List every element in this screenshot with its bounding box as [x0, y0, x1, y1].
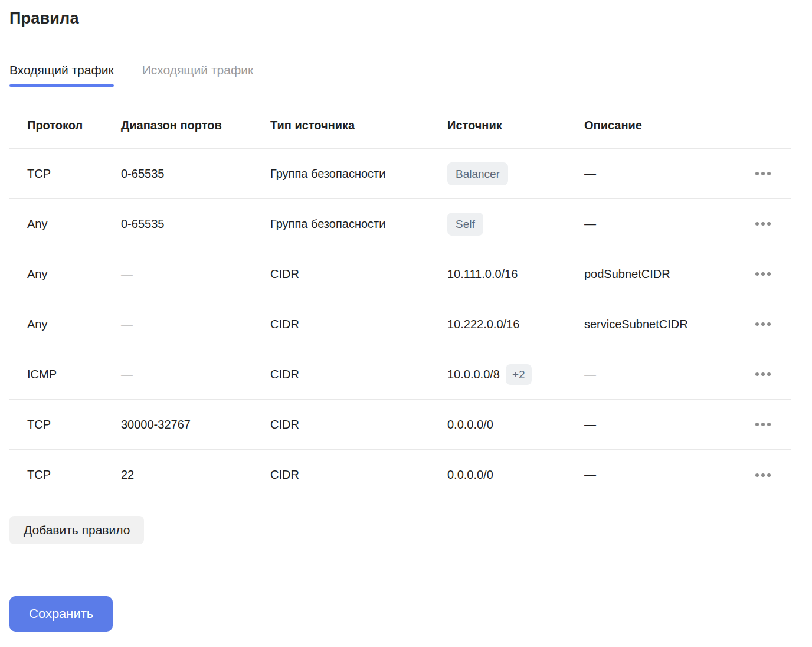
source-value: 10.111.0.0/16	[447, 267, 518, 281]
cell-protocol: TCP	[27, 418, 121, 432]
row-menu-button[interactable]	[753, 368, 773, 381]
table-body: TCP0-65535Группа безопасностиBalancer—An…	[9, 149, 791, 500]
column-header-protocol: Протокол	[27, 119, 121, 132]
ellipsis-icon	[767, 172, 771, 175]
cell-description: —	[584, 468, 726, 482]
rules-table: Протокол Диапазон портов Тип источника И…	[9, 86, 791, 500]
ellipsis-icon	[755, 473, 759, 477]
cell-protocol: Any	[27, 267, 121, 281]
ellipsis-icon	[761, 372, 765, 376]
ellipsis-icon	[755, 423, 759, 426]
ellipsis-icon	[767, 222, 771, 226]
cell-source-type: Группа безопасности	[270, 167, 447, 181]
source-badge: Balancer	[447, 162, 508, 185]
source-value: 10.222.0.0/16	[447, 318, 519, 331]
ellipsis-icon	[755, 372, 759, 376]
cell-source-type: CIDR	[270, 468, 447, 482]
cell-protocol: ICMP	[27, 368, 121, 381]
table-row: TCP0-65535Группа безопасностиBalancer—	[9, 149, 791, 199]
cell-actions	[726, 469, 791, 482]
cell-source: Self	[447, 213, 584, 236]
source-value: 0.0.0.0/0	[447, 468, 493, 482]
cell-source-type: CIDR	[270, 267, 447, 281]
cell-port-range: 22	[121, 468, 270, 482]
cell-source: 0.0.0.0/0	[447, 468, 584, 482]
source-value: 10.0.0.0/8	[447, 368, 500, 381]
table-row: ICMP—CIDR10.0.0.0/8+2—	[9, 349, 791, 400]
source-value: 0.0.0.0/0	[447, 418, 493, 432]
ellipsis-icon	[761, 272, 765, 276]
add-rule-button[interactable]: Добавить правило	[9, 516, 144, 544]
ellipsis-icon	[767, 272, 771, 276]
cell-protocol: Any	[27, 217, 121, 231]
tab-incoming-traffic[interactable]: Входящий трафик	[9, 63, 114, 86]
cell-actions	[726, 318, 791, 331]
table-row: Any—CIDR10.222.0.0/16serviceSubnetCIDR	[9, 299, 791, 349]
cell-source-type: CIDR	[270, 418, 447, 432]
cell-description: podSubnetCIDR	[584, 267, 726, 281]
traffic-tabs: Входящий трафик Исходящий трафик	[9, 63, 812, 86]
cell-description: —	[584, 217, 726, 231]
ellipsis-icon	[761, 473, 765, 477]
ellipsis-icon	[761, 423, 765, 426]
cell-port-range: 30000-32767	[121, 418, 270, 432]
cell-source-type: CIDR	[270, 368, 447, 381]
ellipsis-icon	[755, 172, 759, 175]
ellipsis-icon	[767, 322, 771, 326]
source-badge: Self	[447, 213, 483, 236]
cell-port-range: —	[121, 368, 270, 381]
cell-port-range: —	[121, 318, 270, 331]
cell-protocol: TCP	[27, 167, 121, 181]
cell-source: 10.222.0.0/16	[447, 318, 584, 331]
table-row: TCP30000-32767CIDR0.0.0.0/0—	[9, 400, 791, 450]
row-menu-button[interactable]	[753, 418, 773, 431]
table-row: Any0-65535Группа безопасностиSelf—	[9, 199, 791, 249]
cell-description: —	[584, 368, 726, 381]
cell-actions	[726, 267, 791, 280]
ellipsis-icon	[761, 172, 765, 175]
cell-actions	[726, 217, 791, 230]
cell-source: Balancer	[447, 162, 584, 185]
cell-source-type: CIDR	[270, 318, 447, 331]
ellipsis-icon	[755, 222, 759, 226]
row-menu-button[interactable]	[753, 167, 773, 180]
row-menu-button[interactable]	[753, 318, 773, 331]
cell-actions	[726, 368, 791, 381]
cell-port-range: 0-65535	[121, 217, 270, 231]
cell-description: —	[584, 167, 726, 181]
column-header-port-range: Диапазон портов	[121, 119, 270, 132]
ellipsis-icon	[761, 222, 765, 226]
cell-actions	[726, 167, 791, 180]
cell-description: —	[584, 418, 726, 432]
save-button[interactable]: Сохранить	[9, 596, 113, 632]
cell-source: 10.0.0.0/8+2	[447, 364, 584, 385]
column-header-description: Описание	[584, 119, 726, 132]
row-menu-button[interactable]	[753, 267, 773, 280]
tab-outgoing-traffic[interactable]: Исходящий трафик	[142, 63, 253, 86]
cell-protocol: TCP	[27, 468, 121, 482]
cell-source: 10.111.0.0/16	[447, 267, 584, 281]
cell-description: serviceSubnetCIDR	[584, 318, 726, 331]
cell-source: 0.0.0.0/0	[447, 418, 584, 432]
ellipsis-icon	[767, 473, 771, 477]
column-header-source-type: Тип источника	[270, 119, 447, 132]
ellipsis-icon	[755, 322, 759, 326]
ellipsis-icon	[767, 372, 771, 376]
row-menu-button[interactable]	[753, 217, 773, 230]
cell-source-type: Группа безопасности	[270, 217, 447, 231]
column-header-source: Источник	[447, 119, 584, 132]
table-header-row: Протокол Диапазон портов Тип источника И…	[9, 86, 791, 149]
cell-port-range: 0-65535	[121, 167, 270, 181]
cell-port-range: —	[121, 267, 270, 281]
ellipsis-icon	[761, 322, 765, 326]
table-row: Any—CIDR10.111.0.0/16podSubnetCIDR	[9, 249, 791, 299]
row-menu-button[interactable]	[753, 469, 773, 482]
cell-actions	[726, 418, 791, 431]
rules-panel: Правила Входящий трафик Исходящий трафик…	[0, 9, 812, 632]
source-more-badge[interactable]: +2	[506, 364, 532, 385]
ellipsis-icon	[755, 272, 759, 276]
table-row: TCP22CIDR0.0.0.0/0—	[9, 450, 791, 500]
cell-protocol: Any	[27, 318, 121, 331]
page-title: Правила	[9, 9, 812, 28]
ellipsis-icon	[767, 423, 771, 426]
